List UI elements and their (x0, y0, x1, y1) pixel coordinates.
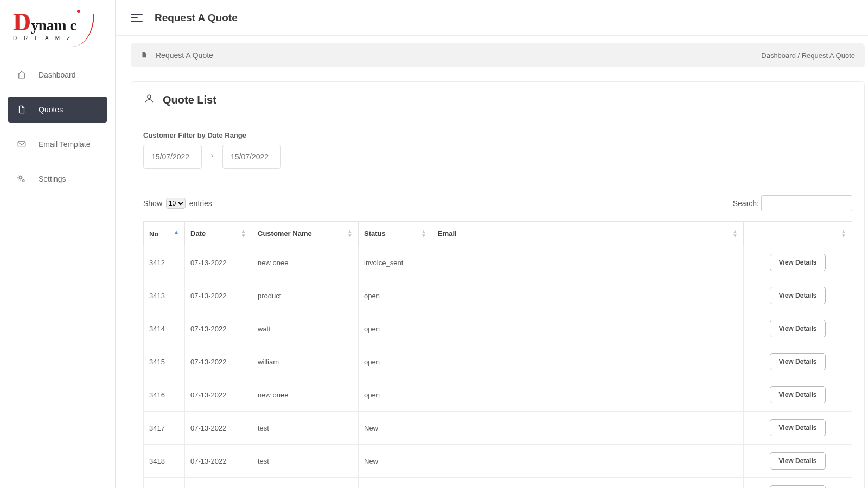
cell-date: 07-13-2022 (185, 345, 252, 378)
cell-date: 07-13-2022 (185, 378, 252, 412)
view-details-button[interactable]: View Details (770, 254, 826, 271)
panel-title: Quote List (163, 94, 216, 106)
cell-date: 07-13-2022 (185, 445, 252, 478)
sort-icon: ▲▼ (421, 229, 426, 238)
column-header-email[interactable]: Email ▲▼ (432, 222, 744, 246)
cell-no: 3414 (144, 312, 185, 345)
cell-customer: new onee (252, 246, 359, 279)
table-row: 341707-13-2022testNewView Details (144, 412, 852, 445)
table-row: 341907-13-20220.00NewView Details (144, 478, 852, 489)
sidebar-nav: Dashboard Quotes Email Template Settings (0, 56, 115, 206)
sidebar-item-label: Quotes (39, 105, 63, 114)
table-row: 341807-13-2022testNewView Details (144, 445, 852, 478)
view-details-button[interactable]: View Details (770, 419, 826, 436)
cell-actions: View Details (744, 312, 852, 345)
sidebar-item-settings[interactable]: Settings (8, 166, 107, 192)
view-details-button[interactable]: View Details (770, 485, 826, 488)
quote-table: No ▲ Date ▲▼ Customer Name ▲▼ (143, 221, 852, 488)
column-header-no[interactable]: No ▲ (144, 222, 185, 246)
cell-email (432, 345, 744, 378)
breadcrumb-path[interactable]: Dashboard / Request A Quote (761, 52, 855, 60)
topbar: Request A Quote (116, 0, 868, 36)
cell-actions: View Details (744, 345, 852, 378)
cell-customer: product (252, 279, 359, 312)
cell-email (432, 445, 744, 478)
main-area: Request A Quote Request A Quote Dashboar… (116, 0, 868, 488)
cell-status: New (359, 412, 432, 445)
sidebar-item-dashboard[interactable]: Dashboard (8, 62, 107, 88)
cell-email (432, 246, 744, 279)
cell-actions: View Details (744, 412, 852, 445)
document-icon (141, 51, 148, 60)
cell-status: open (359, 345, 432, 378)
envelope-icon (16, 139, 27, 150)
view-details-button[interactable]: View Details (770, 386, 826, 403)
cell-no: 3418 (144, 445, 185, 478)
cell-actions: View Details (744, 478, 852, 489)
show-entries-label-pre: Show (143, 199, 162, 208)
sidebar-item-email-template[interactable]: Email Template (8, 131, 107, 157)
cell-no: 3413 (144, 279, 185, 312)
cell-status: New (359, 478, 432, 489)
svg-rect-0 (18, 142, 25, 147)
cell-customer: test (252, 412, 359, 445)
cell-no: 3415 (144, 345, 185, 378)
view-details-button[interactable]: View Details (770, 320, 826, 337)
column-header-actions: ▲▼ (744, 222, 852, 246)
home-icon (16, 69, 27, 80)
column-header-date[interactable]: Date ▲▼ (185, 222, 252, 246)
menu-toggle-icon[interactable] (131, 14, 143, 22)
cell-customer: 0.00 (252, 478, 359, 489)
sort-icon: ▲▼ (241, 229, 246, 238)
svg-point-3 (148, 95, 151, 98)
cell-status: open (359, 279, 432, 312)
cell-no: 3419 (144, 478, 185, 489)
breadcrumb: Request A Quote Dashboard / Request A Qu… (131, 43, 865, 67)
brand-logo: Dynam c D R E A M Z (0, 0, 115, 56)
search-label: Search: (733, 199, 759, 208)
view-details-button[interactable]: View Details (770, 353, 826, 370)
date-from-input[interactable] (143, 145, 202, 169)
page-title: Request A Quote (155, 12, 238, 24)
cell-status: open (359, 378, 432, 412)
svg-point-1 (19, 176, 22, 179)
sidebar-item-quotes[interactable]: Quotes (8, 97, 107, 123)
filter-label: Customer Filter by Date Range (143, 131, 852, 139)
view-details-button[interactable]: View Details (770, 287, 826, 304)
quote-list-panel: Quote List Customer Filter by Date Range… (131, 81, 865, 488)
view-details-button[interactable]: View Details (770, 452, 826, 470)
gear-icon (16, 174, 27, 184)
cell-date: 07-13-2022 (185, 279, 252, 312)
table-row: 341407-13-2022wattopenView Details (144, 312, 852, 345)
search-input[interactable] (761, 195, 852, 211)
date-to-input[interactable] (222, 145, 281, 169)
cell-actions: View Details (744, 246, 852, 279)
cell-email (432, 279, 744, 312)
cell-no: 3416 (144, 378, 185, 412)
column-header-customer[interactable]: Customer Name ▲▼ (252, 222, 359, 246)
person-icon (143, 93, 155, 107)
sort-icon: ▲▼ (841, 229, 846, 238)
sort-icon: ▲▼ (347, 229, 353, 238)
sidebar-item-label: Email Template (39, 140, 90, 149)
cell-customer: new onee (252, 378, 359, 412)
entries-select[interactable]: 10 (166, 198, 186, 209)
cell-email (432, 312, 744, 345)
cell-actions: View Details (744, 279, 852, 312)
cell-customer: test (252, 445, 359, 478)
date-range-filter (143, 145, 852, 183)
cell-email (432, 478, 744, 489)
cell-customer: watt (252, 312, 359, 345)
cell-status: New (359, 445, 432, 478)
column-header-status[interactable]: Status ▲▼ (359, 222, 432, 246)
sidebar-item-label: Dashboard (39, 70, 76, 79)
show-entries-label-post: entries (189, 199, 212, 208)
cell-status: invoice_sent (359, 246, 432, 279)
cell-actions: View Details (744, 378, 852, 412)
sidebar-item-label: Settings (39, 175, 66, 183)
cell-customer: william (252, 345, 359, 378)
cell-date: 07-13-2022 (185, 312, 252, 345)
cell-date: 07-13-2022 (185, 412, 252, 445)
cell-status: open (359, 312, 432, 345)
table-row: 341307-13-2022productopenView Details (144, 279, 852, 312)
